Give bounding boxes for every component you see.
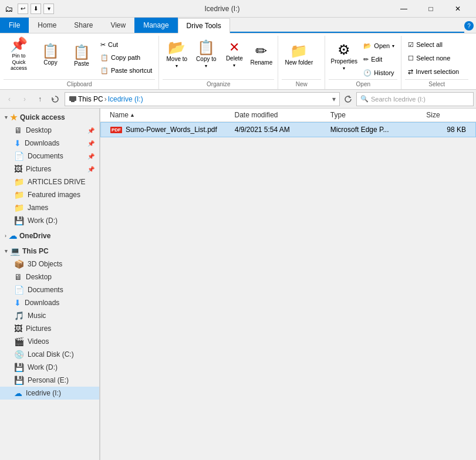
- sidebar-item-desktop-pc[interactable]: 🖥 Desktop: [0, 270, 99, 283]
- sidebar-item-james[interactable]: 📁 James: [0, 201, 99, 214]
- select-label: Select: [405, 79, 468, 89]
- sidebar-item-work-d[interactable]: 💾 Work (D:): [0, 361, 99, 374]
- sidebar-item-downloads-pc[interactable]: ⬇ Downloads: [0, 296, 99, 309]
- sidebar-section-quick-access[interactable]: ▾ ★ Quick access: [0, 111, 99, 124]
- address-box[interactable]: This PC › Icedrive (I:) ▾: [65, 92, 340, 106]
- paste-icon: 📋: [73, 45, 90, 59]
- clipboard-label: Clipboard: [4, 79, 155, 89]
- move-icon: 📂: [168, 40, 185, 55]
- ribbon: 📌 Pin to Quick access 📋 Copy 📋 Paste ✂ C…: [0, 33, 476, 90]
- search-box[interactable]: 🔍 Search Icedrive (I:): [356, 92, 474, 106]
- col-date-label: Date modified: [234, 111, 278, 119]
- sidebar-item-documents-qa[interactable]: 📄 Documents 📌: [0, 150, 99, 163]
- invert-selection-button[interactable]: ⇄ Invert selection: [405, 65, 462, 78]
- select-group: ☑ Select all ☐ Select none ⇄ Invert sele…: [401, 36, 472, 89]
- new-folder-icon: 📁: [290, 44, 308, 58]
- tab-view[interactable]: View: [102, 18, 134, 33]
- svg-rect-0: [69, 96, 76, 101]
- recent-locations-button[interactable]: [48, 92, 62, 106]
- copy-button[interactable]: 📋 Copy: [35, 36, 66, 72]
- col-header-type[interactable]: Type: [326, 109, 421, 121]
- sidebar-item-pictures-qa[interactable]: 🖼 Pictures 📌: [0, 163, 99, 175]
- cut-button[interactable]: ✂ Cut: [97, 38, 155, 51]
- tab-file[interactable]: File: [0, 18, 29, 33]
- sidebar-item-3d-objects[interactable]: 📦 3D Objects: [0, 258, 99, 270]
- select-none-button[interactable]: ☐ Select none: [405, 52, 462, 65]
- select-all-icon: ☑: [408, 41, 414, 49]
- address-dropdown-arrow[interactable]: ▾: [332, 95, 336, 103]
- paste-button[interactable]: 📋 Paste: [67, 37, 96, 73]
- sidebar-section-onedrive[interactable]: › ☁ OneDrive: [0, 229, 99, 242]
- help-icon[interactable]: ?: [464, 21, 474, 31]
- properties-button[interactable]: ⚙ Properties ▾: [329, 38, 359, 75]
- tab-share[interactable]: Share: [65, 18, 102, 33]
- local-disk-icon: 💿: [14, 350, 24, 359]
- paste-shortcut-button[interactable]: 📋 Paste shortcut: [97, 64, 155, 77]
- select-all-button[interactable]: ☑ Select all: [405, 38, 462, 51]
- sidebar-item-featured-images[interactable]: 📁 Featured images: [0, 188, 99, 201]
- title-bar: 🗂 ↩ ⬇ ▾ Icedrive (I:) — □ ✕: [0, 0, 476, 18]
- sidebar-item-icedrive-i[interactable]: ☁ Icedrive (I:): [0, 387, 99, 400]
- close-button[interactable]: ✕: [444, 0, 471, 18]
- copy-path-button[interactable]: 📋 Copy path: [97, 51, 155, 64]
- history-icon: 🕐: [363, 69, 372, 77]
- organize-group: 📂 Move to ▾ 📋 Copy to ▾ ✕ Delete ▾ ✏ Ren…: [159, 36, 278, 89]
- pin-indicator: 📌: [87, 127, 94, 134]
- table-row[interactable]: PDF Sumo-Power_Words_List.pdf 4/9/2021 5…: [100, 122, 476, 137]
- sidebar-item-work-d-qa[interactable]: 💾 Work (D:): [0, 214, 99, 227]
- move-to-button[interactable]: 📂 Move to ▾: [163, 36, 191, 72]
- sidebar-item-desktop-qa[interactable]: 🖥 Desktop 📌: [0, 124, 99, 137]
- rename-button[interactable]: ✏ Rename: [248, 36, 274, 72]
- properties-quick-button[interactable]: ⬇: [31, 4, 41, 14]
- pin-button[interactable]: 📌 Pin to Quick access: [4, 36, 34, 72]
- address-bar: ‹ › ↑ This PC › Icedrive (I:) ▾ 🔍 Search…: [0, 90, 476, 109]
- select-none-icon: ☐: [408, 55, 414, 62]
- sidebar-item-pictures-pc[interactable]: 🖼 Pictures: [0, 322, 99, 335]
- copy-path-icon: 📋: [100, 54, 109, 62]
- quick-access-collapse: ▾: [5, 114, 8, 120]
- desktop-pc-icon: 🖥: [14, 272, 22, 282]
- pin-indicator3: 📌: [87, 153, 94, 160]
- copy-to-button[interactable]: 📋 Copy to ▾: [192, 36, 220, 72]
- back-button[interactable]: ‹: [2, 92, 16, 106]
- sidebar-section-this-pc[interactable]: ▾ 💻 This PC: [0, 245, 99, 258]
- scissors-icon: ✂: [100, 41, 106, 49]
- tab-home[interactable]: Home: [29, 18, 65, 33]
- col-header-size[interactable]: Size: [421, 109, 471, 121]
- new-label: New: [282, 79, 321, 89]
- refresh-button[interactable]: [341, 92, 355, 106]
- tab-manage[interactable]: Manage: [134, 18, 177, 33]
- new-folder-button[interactable]: 📁 New folder: [282, 36, 316, 72]
- col-header-name[interactable]: Name ▲: [105, 109, 229, 121]
- this-pc-icon: 💻: [10, 246, 20, 256]
- select-group-content: ☑ Select all ☐ Select none ⇄ Invert sele…: [405, 36, 462, 79]
- col-header-date[interactable]: Date modified: [229, 109, 325, 121]
- customize-quick-access[interactable]: ▾: [43, 4, 54, 14]
- undo-button[interactable]: ↩: [18, 4, 28, 14]
- sidebar-item-downloads-qa[interactable]: ⬇ Downloads 📌: [0, 137, 99, 150]
- edit-button[interactable]: ✏ Edit: [360, 53, 397, 66]
- this-pc-label: This PC: [22, 247, 49, 255]
- tab-drive-tools[interactable]: Drive Tools: [178, 18, 230, 33]
- sort-arrow: ▲: [130, 112, 135, 118]
- sidebar-item-videos[interactable]: 🎬 Videos: [0, 335, 99, 348]
- delete-button[interactable]: ✕ Delete ▾: [221, 36, 247, 72]
- articles-folder-icon: 📁: [14, 177, 24, 187]
- up-button[interactable]: ↑: [33, 92, 47, 106]
- sidebar-item-music[interactable]: 🎵 Music: [0, 309, 99, 322]
- history-button[interactable]: 🕐 History: [360, 66, 397, 79]
- downloads-pc-icon: ⬇: [14, 298, 21, 307]
- copy-icon: 📋: [42, 44, 59, 58]
- minimize-button[interactable]: —: [390, 0, 417, 18]
- sidebar-item-local-disk-c[interactable]: 💿 Local Disk (C:): [0, 348, 99, 361]
- forward-button[interactable]: ›: [18, 92, 32, 106]
- sidebar-item-articles-drive[interactable]: 📁 ARTICLES DRIVE: [0, 175, 99, 188]
- maximize-button[interactable]: □: [417, 0, 444, 18]
- open-button[interactable]: 📂 Open ▾: [360, 39, 397, 52]
- address-drive: Icedrive (I:): [108, 95, 143, 103]
- file-list-header: Name ▲ Date modified Type Size: [100, 109, 476, 122]
- sidebar-item-personal-e[interactable]: 💾 Personal (E:): [0, 374, 99, 387]
- address-this-pc: This PC: [78, 95, 103, 103]
- onedrive-icon: ☁: [9, 231, 17, 241]
- sidebar-item-documents-pc[interactable]: 📄 Documents: [0, 283, 99, 296]
